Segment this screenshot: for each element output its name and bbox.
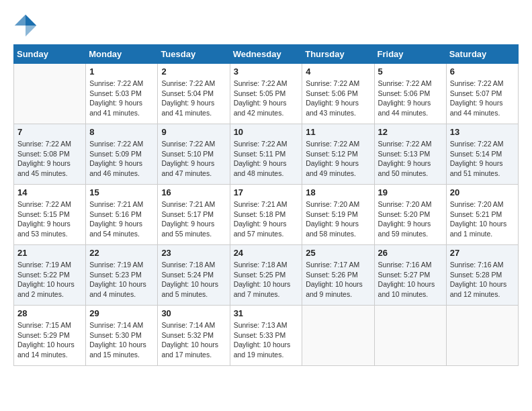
weekday-header-tuesday: Tuesday bbox=[158, 45, 230, 64]
calendar-cell: 16Sunrise: 7:21 AMSunset: 5:17 PMDayligh… bbox=[158, 185, 230, 245]
day-info: Sunrise: 7:16 AMSunset: 5:27 PMDaylight:… bbox=[378, 260, 443, 300]
day-info: Sunrise: 7:20 AMSunset: 5:20 PMDaylight:… bbox=[378, 199, 443, 239]
calendar-cell: 10Sunrise: 7:22 AMSunset: 5:11 PMDayligh… bbox=[230, 124, 302, 185]
weekday-header-friday: Friday bbox=[374, 45, 446, 64]
calendar-cell: 26Sunrise: 7:16 AMSunset: 5:27 PMDayligh… bbox=[374, 245, 446, 306]
week-row-3: 14Sunrise: 7:22 AMSunset: 5:15 PMDayligh… bbox=[14, 185, 519, 245]
week-row-2: 7Sunrise: 7:22 AMSunset: 5:08 PMDaylight… bbox=[14, 124, 519, 185]
day-number: 17 bbox=[234, 187, 299, 197]
svg-marker-1 bbox=[26, 26, 36, 36]
page-header bbox=[13, 13, 519, 38]
calendar-cell bbox=[302, 306, 374, 366]
day-number: 22 bbox=[89, 248, 154, 258]
day-number: 11 bbox=[306, 127, 370, 137]
weekday-header-wednesday: Wednesday bbox=[230, 45, 302, 64]
day-number: 23 bbox=[161, 248, 226, 258]
calendar-cell bbox=[14, 64, 86, 124]
calendar-cell: 8Sunrise: 7:22 AMSunset: 5:09 PMDaylight… bbox=[86, 124, 158, 185]
calendar-cell: 15Sunrise: 7:21 AMSunset: 5:16 PMDayligh… bbox=[86, 185, 158, 245]
day-info: Sunrise: 7:13 AMSunset: 5:33 PMDaylight:… bbox=[234, 320, 299, 360]
day-info: Sunrise: 7:18 AMSunset: 5:25 PMDaylight:… bbox=[234, 260, 299, 300]
day-number: 13 bbox=[450, 127, 515, 137]
day-number: 6 bbox=[450, 66, 515, 77]
day-number: 20 bbox=[450, 187, 515, 197]
day-info: Sunrise: 7:15 AMSunset: 5:29 PMDaylight:… bbox=[17, 320, 82, 360]
calendar-cell: 28Sunrise: 7:15 AMSunset: 5:29 PMDayligh… bbox=[14, 306, 86, 366]
day-info: Sunrise: 7:22 AMSunset: 5:09 PMDaylight:… bbox=[89, 139, 154, 179]
day-number: 21 bbox=[17, 248, 82, 258]
day-number: 30 bbox=[161, 308, 226, 318]
calendar-cell: 19Sunrise: 7:20 AMSunset: 5:20 PMDayligh… bbox=[374, 185, 446, 245]
day-number: 9 bbox=[161, 127, 226, 137]
day-info: Sunrise: 7:19 AMSunset: 5:23 PMDaylight:… bbox=[89, 260, 154, 300]
day-number: 5 bbox=[378, 66, 443, 77]
day-info: Sunrise: 7:16 AMSunset: 5:28 PMDaylight:… bbox=[450, 260, 515, 300]
calendar-cell: 18Sunrise: 7:20 AMSunset: 5:19 PMDayligh… bbox=[302, 185, 374, 245]
day-number: 8 bbox=[89, 127, 154, 137]
day-number: 28 bbox=[17, 308, 82, 318]
day-number: 1 bbox=[89, 66, 154, 77]
calendar-cell: 4Sunrise: 7:22 AMSunset: 5:06 PMDaylight… bbox=[302, 64, 374, 124]
day-number: 15 bbox=[89, 187, 154, 197]
week-row-4: 21Sunrise: 7:19 AMSunset: 5:22 PMDayligh… bbox=[14, 245, 519, 306]
day-info: Sunrise: 7:22 AMSunset: 5:03 PMDaylight:… bbox=[89, 79, 154, 118]
calendar-cell: 6Sunrise: 7:22 AMSunset: 5:07 PMDaylight… bbox=[446, 64, 518, 124]
weekday-header-thursday: Thursday bbox=[302, 45, 374, 64]
day-info: Sunrise: 7:21 AMSunset: 5:17 PMDaylight:… bbox=[161, 199, 226, 239]
day-number: 7 bbox=[17, 127, 82, 137]
calendar-cell: 5Sunrise: 7:22 AMSunset: 5:06 PMDaylight… bbox=[374, 64, 446, 124]
day-info: Sunrise: 7:18 AMSunset: 5:24 PMDaylight:… bbox=[161, 260, 226, 300]
logo-icon bbox=[13, 13, 38, 38]
calendar-cell: 7Sunrise: 7:22 AMSunset: 5:08 PMDaylight… bbox=[14, 124, 86, 185]
calendar-cell: 22Sunrise: 7:19 AMSunset: 5:23 PMDayligh… bbox=[86, 245, 158, 306]
day-number: 12 bbox=[378, 127, 443, 137]
day-info: Sunrise: 7:21 AMSunset: 5:18 PMDaylight:… bbox=[234, 199, 299, 239]
day-number: 2 bbox=[161, 66, 226, 77]
day-info: Sunrise: 7:19 AMSunset: 5:22 PMDaylight:… bbox=[17, 260, 82, 300]
day-info: Sunrise: 7:17 AMSunset: 5:26 PMDaylight:… bbox=[306, 260, 370, 300]
calendar-cell: 20Sunrise: 7:20 AMSunset: 5:21 PMDayligh… bbox=[446, 185, 518, 245]
calendar-table: SundayMondayTuesdayWednesdayThursdayFrid… bbox=[13, 44, 519, 366]
weekday-header-saturday: Saturday bbox=[446, 45, 518, 64]
weekday-header-monday: Monday bbox=[86, 45, 158, 64]
day-number: 19 bbox=[378, 187, 443, 197]
calendar-cell: 2Sunrise: 7:22 AMSunset: 5:04 PMDaylight… bbox=[158, 64, 230, 124]
day-info: Sunrise: 7:22 AMSunset: 5:07 PMDaylight:… bbox=[450, 79, 515, 118]
day-info: Sunrise: 7:22 AMSunset: 5:05 PMDaylight:… bbox=[234, 79, 299, 118]
day-number: 4 bbox=[306, 66, 370, 77]
day-info: Sunrise: 7:22 AMSunset: 5:04 PMDaylight:… bbox=[161, 79, 226, 118]
day-number: 29 bbox=[89, 308, 154, 318]
day-info: Sunrise: 7:20 AMSunset: 5:19 PMDaylight:… bbox=[306, 199, 370, 239]
svg-marker-2 bbox=[15, 15, 26, 26]
calendar-cell: 17Sunrise: 7:21 AMSunset: 5:18 PMDayligh… bbox=[230, 185, 302, 245]
day-info: Sunrise: 7:22 AMSunset: 5:12 PMDaylight:… bbox=[306, 139, 370, 179]
calendar-cell: 12Sunrise: 7:22 AMSunset: 5:13 PMDayligh… bbox=[374, 124, 446, 185]
calendar-cell: 14Sunrise: 7:22 AMSunset: 5:15 PMDayligh… bbox=[14, 185, 86, 245]
day-info: Sunrise: 7:22 AMSunset: 5:06 PMDaylight:… bbox=[378, 79, 443, 118]
svg-marker-0 bbox=[26, 15, 36, 26]
day-info: Sunrise: 7:14 AMSunset: 5:30 PMDaylight:… bbox=[89, 320, 154, 360]
day-info: Sunrise: 7:20 AMSunset: 5:21 PMDaylight:… bbox=[450, 199, 515, 239]
calendar-cell: 21Sunrise: 7:19 AMSunset: 5:22 PMDayligh… bbox=[14, 245, 86, 306]
calendar-cell bbox=[446, 306, 518, 366]
day-number: 10 bbox=[234, 127, 299, 137]
calendar-cell: 11Sunrise: 7:22 AMSunset: 5:12 PMDayligh… bbox=[302, 124, 374, 185]
calendar-cell: 27Sunrise: 7:16 AMSunset: 5:28 PMDayligh… bbox=[446, 245, 518, 306]
calendar-cell: 3Sunrise: 7:22 AMSunset: 5:05 PMDaylight… bbox=[230, 64, 302, 124]
day-number: 14 bbox=[17, 187, 82, 197]
weekday-header-sunday: Sunday bbox=[14, 45, 86, 64]
calendar-cell: 29Sunrise: 7:14 AMSunset: 5:30 PMDayligh… bbox=[86, 306, 158, 366]
day-number: 3 bbox=[234, 66, 299, 77]
day-number: 24 bbox=[234, 248, 299, 258]
calendar-cell: 23Sunrise: 7:18 AMSunset: 5:24 PMDayligh… bbox=[158, 245, 230, 306]
calendar-cell: 9Sunrise: 7:22 AMSunset: 5:10 PMDaylight… bbox=[158, 124, 230, 185]
day-number: 18 bbox=[306, 187, 370, 197]
logo bbox=[13, 13, 42, 38]
day-number: 27 bbox=[450, 248, 515, 258]
week-row-5: 28Sunrise: 7:15 AMSunset: 5:29 PMDayligh… bbox=[14, 306, 519, 366]
day-info: Sunrise: 7:22 AMSunset: 5:11 PMDaylight:… bbox=[234, 139, 299, 179]
day-info: Sunrise: 7:22 AMSunset: 5:13 PMDaylight:… bbox=[378, 139, 443, 179]
day-number: 16 bbox=[161, 187, 226, 197]
calendar-cell: 13Sunrise: 7:22 AMSunset: 5:14 PMDayligh… bbox=[446, 124, 518, 185]
day-info: Sunrise: 7:14 AMSunset: 5:32 PMDaylight:… bbox=[161, 320, 226, 360]
